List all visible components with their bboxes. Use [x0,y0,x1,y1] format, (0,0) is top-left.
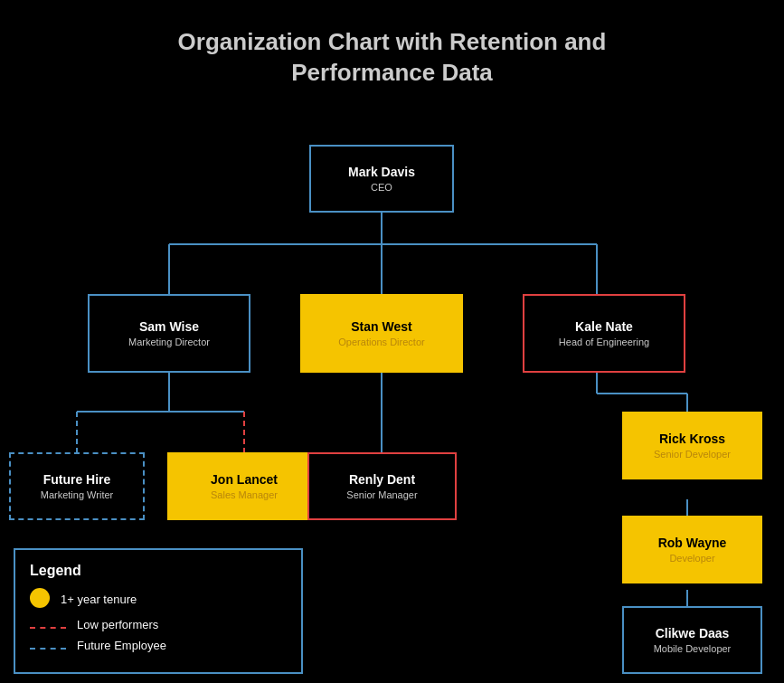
legend-item-future: Future Employee [30,639,287,652]
page-title: Organization Chart with Retention and Pe… [0,0,784,89]
future-employee-icon [30,639,66,652]
legend: Legend 1+ year tenure Low performers Fut… [14,548,303,674]
low-performer-icon [30,618,66,631]
renly-dent-box: Renly Dent Senior Manager [307,452,457,520]
sam-wise-box: Sam Wise Marketing Director [88,294,250,373]
jon-lancet-box: Jon Lancet Sales Manager [167,452,321,520]
future-hire-box: Future Hire Marketing Writer [9,452,145,520]
legend-item-tenure: 1+ year tenure [30,588,287,611]
rob-wayne-box: Rob Wayne Developer [622,516,762,583]
stan-west-box: Stan West Operations Director [300,294,463,373]
kale-nate-box: Kale Nate Head of Engineering [523,294,685,373]
legend-title: Legend [30,563,287,579]
rick-kross-box: Rick Kross Senior Developer [622,412,762,479]
tenure-icon [30,588,50,611]
legend-item-low-performer: Low performers [30,618,287,631]
mark-davis-box: Mark Davis CEO [309,145,454,213]
clikwe-daas-box: Clikwe Daas Mobile Developer [622,606,762,674]
